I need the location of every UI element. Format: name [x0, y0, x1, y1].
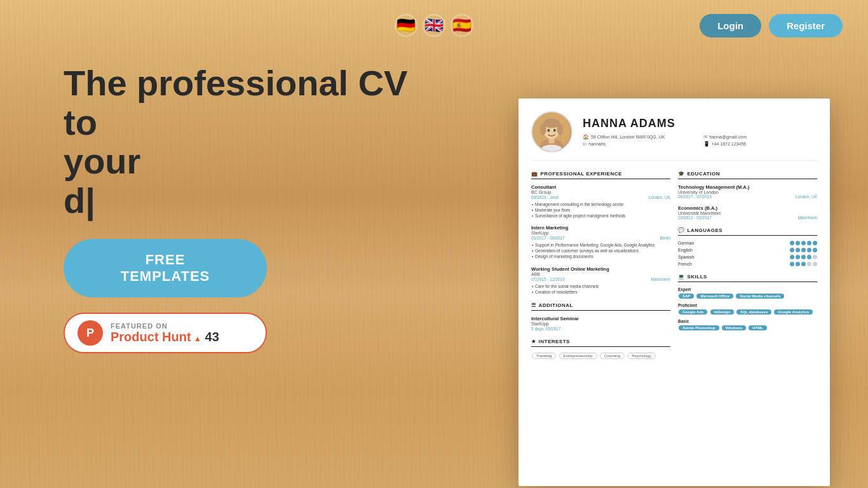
- product-hunt-text: FEATURED ON Product Hunt ▲ 43: [111, 322, 219, 344]
- login-button[interactable]: Login: [700, 14, 761, 37]
- free-templates-button[interactable]: FREE TEMPLATES: [64, 239, 267, 297]
- cv-education-title: 🎓 EDUCATION: [678, 171, 817, 179]
- product-hunt-title: Product Hunt: [111, 330, 191, 344]
- featured-on-label: FEATURED ON: [111, 322, 219, 330]
- cv-right-column: 🎓 EDUCATION Technology Management (M.A.)…: [678, 171, 817, 367]
- cv-additional-1: Intercultural Seminar StartUpp 5 days, 0…: [531, 316, 670, 331]
- cv-skills-title: 💻 SKILLS: [678, 274, 817, 282]
- svg-point-6: [557, 123, 562, 135]
- cv-expert-tags: SAP Microsoft Office Social Media channe…: [678, 293, 817, 299]
- cv-basic-tags: Adobe Photoshop Windows HTML: [678, 325, 817, 331]
- flag-english[interactable]: 🇬🇧: [423, 14, 445, 37]
- product-hunt-count: ▲ 43: [194, 330, 219, 344]
- headline: The professional CV to your d|: [64, 64, 413, 220]
- language-selector: 🇩🇪 🇬🇧 🇪🇸: [395, 14, 473, 37]
- cv-phone: 📱 +44 1872 123456: [703, 141, 818, 147]
- cv-education-section: 🎓 EDUCATION Technology Management (M.A.)…: [678, 171, 817, 220]
- cv-skills-section: 💻 SKILLS Expert SAP Microsoft Office Soc…: [678, 274, 817, 331]
- product-hunt-title-line: Product Hunt ▲ 43: [111, 330, 219, 344]
- cv-lang-english: English: [678, 248, 817, 252]
- product-hunt-badge[interactable]: P FEATURED ON Product Hunt ▲ 43: [64, 313, 267, 353]
- cv-lang-german: German: [678, 241, 817, 245]
- svg-point-7: [547, 129, 550, 132]
- cv-additional-title: ☰ ADDITIONAL: [531, 302, 670, 311]
- cv-header: HANNA ADAMS 🏠 58 Clifton Hill, London NW…: [531, 111, 817, 161]
- cv-skill-proficient: Proficient: [678, 303, 817, 308]
- cv-interests-title: ★ INTERESTS: [531, 339, 670, 347]
- cv-avatar: [531, 111, 573, 152]
- svg-point-8: [553, 129, 556, 132]
- cv-additional-section: ☰ ADDITIONAL Intercultural Seminar Start…: [531, 302, 670, 331]
- auth-buttons: Login Register: [700, 14, 843, 37]
- cv-interests-tags: Traveling Entrepreneurship Coaching Psyc…: [531, 352, 670, 360]
- cv-body: 💼 PROFESSIONAL EXPERIENCE Consultant BC …: [531, 171, 817, 367]
- cv-proficient-tags: Google Ads InDesign SQL databases Google…: [678, 309, 817, 315]
- cv-contact-grid: 🏠 58 Clifton Hill, London NW8 0QG, UK ✉ …: [583, 134, 817, 147]
- cv-lang-french: French: [678, 262, 817, 266]
- hero-section: The professional CV to your d| FREE TEMP…: [64, 64, 413, 353]
- flag-spanish[interactable]: 🇪🇸: [451, 14, 473, 37]
- cv-experience-section: 💼 PROFESSIONAL EXPERIENCE Consultant BC …: [531, 171, 670, 295]
- cv-job-1: Consultant BC Group 09/2019 - Jetzt Lond…: [531, 184, 670, 219]
- cv-languages-title: 💬 LANGUAGES: [678, 227, 817, 236]
- cv-linkedin: in hannahs: [583, 141, 697, 147]
- cv-edu-2: Economics (B.A.) Universität Mannheim 10…: [678, 205, 817, 220]
- cv-job-3: Working Student Online Marketing ABB 07/…: [531, 266, 670, 295]
- cv-skill-expert: Expert: [678, 287, 817, 292]
- cv-name: HANNA ADAMS: [583, 117, 817, 130]
- cv-interests-section: ★ INTERESTS Traveling Entrepreneurship C…: [531, 339, 670, 360]
- cv-preview: HANNA ADAMS 🏠 58 Clifton Hill, London NW…: [519, 98, 830, 486]
- cv-left-column: 💼 PROFESSIONAL EXPERIENCE Consultant BC …: [531, 171, 670, 367]
- cv-skill-basic: Basic: [678, 319, 817, 323]
- cv-languages-section: 💬 LANGUAGES German English: [678, 227, 817, 266]
- cv-experience-title: 💼 PROFESSIONAL EXPERIENCE: [531, 171, 670, 179]
- cv-edu-1: Technology Management (M.A.) University …: [678, 184, 817, 199]
- svg-point-5: [540, 123, 546, 135]
- cv-name-block: HANNA ADAMS 🏠 58 Clifton Hill, London NW…: [583, 117, 817, 147]
- product-hunt-logo: P: [78, 320, 103, 346]
- cv-lang-spanish: Spanish: [678, 255, 817, 259]
- cv-address: 🏠 58 Clifton Hill, London NW8 0QG, UK: [583, 134, 697, 140]
- header: 🇩🇪 🇬🇧 🇪🇸 Login Register: [0, 0, 868, 51]
- register-button[interactable]: Register: [769, 14, 843, 37]
- cv-email: ✉ hanna@gmail.com: [703, 134, 818, 140]
- flag-german[interactable]: 🇩🇪: [395, 14, 417, 37]
- cv-job-2: Intern Marketing StartUpp 03/2017 - 08/2…: [531, 225, 670, 259]
